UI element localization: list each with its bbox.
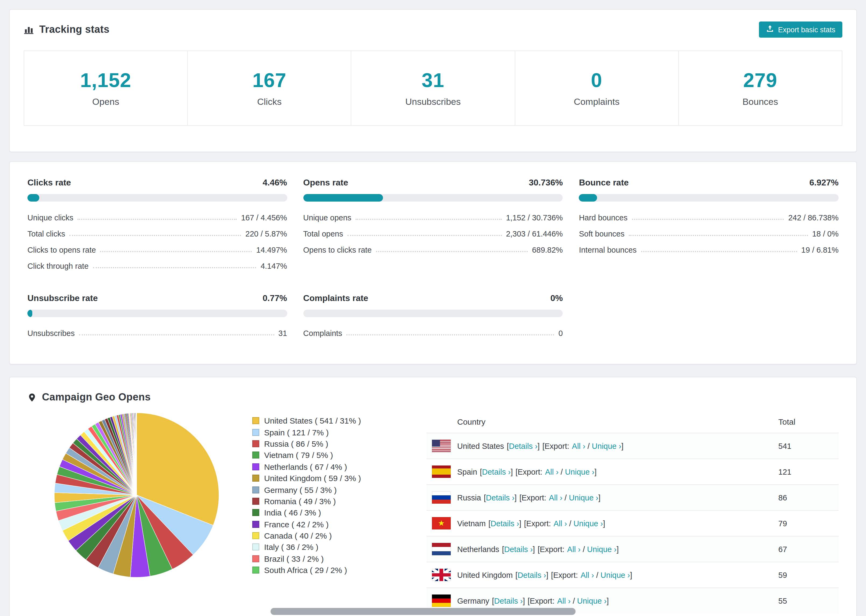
details-link[interactable]: Details › <box>509 442 537 450</box>
metric-value: 18 / 0% <box>812 229 839 238</box>
export-all-link[interactable]: All › <box>545 467 559 476</box>
map-pin-icon <box>27 393 36 402</box>
tracking-stats-title: Tracking stats <box>24 24 109 36</box>
legend-item: Romania ( 49 / 3% ) <box>252 495 361 507</box>
details-link[interactable]: Details › <box>494 596 523 605</box>
export-unique-link[interactable]: Unique › <box>569 493 598 502</box>
country-cell: Germany[Details ›][Export:All ›/Unique ›… <box>457 596 778 605</box>
country-cell: Vietnam[Details ›][Export:All ›/Unique ›… <box>457 519 778 528</box>
metric-row: Total clicks 220 / 5.87% <box>27 226 287 242</box>
metric-label: Opens to clicks rate <box>303 246 372 254</box>
details-link[interactable]: Details › <box>518 570 546 579</box>
details-link[interactable]: Details › <box>491 519 519 528</box>
export-all-link[interactable]: All › <box>553 519 567 528</box>
dotted-leader <box>78 219 237 220</box>
export-unique-link[interactable]: Unique › <box>601 570 630 579</box>
geo-opens-header: Campaign Geo Opens <box>27 391 839 403</box>
export-button-label: Export basic stats <box>778 25 835 34</box>
details-link[interactable]: Details › <box>504 545 532 553</box>
legend-color-swatch <box>252 555 259 562</box>
legend-item: United Kingdom ( 59 / 3% ) <box>252 473 361 484</box>
stat-label: Complaints <box>574 96 619 107</box>
dotted-leader <box>348 235 502 236</box>
legend-item: Brazil ( 33 / 2% ) <box>252 553 361 564</box>
metric-label: Unique opens <box>303 214 351 222</box>
horizontal-scrollbar-thumb[interactable] <box>271 608 576 615</box>
legend-color-swatch <box>252 486 259 493</box>
slash-separator: / <box>569 519 571 528</box>
export-unique-link[interactable]: Unique › <box>587 545 617 553</box>
export-unique-link[interactable]: Unique › <box>577 596 607 605</box>
export-all-link[interactable]: All › <box>549 493 562 502</box>
metric-value: 31 <box>279 329 287 338</box>
export-prefix: Export: <box>540 545 565 553</box>
export-unique-link[interactable]: Unique › <box>565 467 595 476</box>
progress-bar-fill <box>27 310 32 317</box>
legend-label: United States ( 541 / 31% ) <box>264 416 361 425</box>
export-all-link[interactable]: All › <box>581 570 594 579</box>
legend-label: Canada ( 40 / 2% ) <box>264 531 332 540</box>
bracket-open: [ <box>527 596 530 605</box>
progress-bar <box>579 194 839 201</box>
bracket-open: [ <box>507 442 509 450</box>
stat-label: Bounces <box>743 96 778 107</box>
slash-separator: / <box>583 545 585 553</box>
rate-rows: Complaints 0 <box>303 325 563 341</box>
bracket-open: [ <box>492 596 494 605</box>
legend-label: Brazil ( 33 / 2% ) <box>264 554 324 563</box>
metric-value: 220 / 5.87% <box>246 229 287 238</box>
legend-color-swatch <box>252 498 259 505</box>
rate-header: Bounce rate 6.927% <box>579 178 839 188</box>
export-all-link[interactable]: All › <box>557 596 571 605</box>
legend-label: Vietnam ( 79 / 5% ) <box>264 451 333 460</box>
export-prefix: Export: <box>553 570 578 579</box>
rate-header: Complaints rate 0% <box>303 294 563 303</box>
bracket-close: ] <box>533 545 535 553</box>
export-unique-link[interactable]: Unique › <box>592 442 622 450</box>
export-all-link[interactable]: All › <box>572 442 586 450</box>
country-total: 541 <box>778 442 839 450</box>
legend-color-swatch <box>252 544 259 551</box>
country-column-header: Country <box>457 417 778 426</box>
geo-table-header: Country Total <box>427 412 839 433</box>
details-link[interactable]: Details › <box>486 493 515 502</box>
bracket-close: ] <box>606 596 609 605</box>
dotted-leader <box>100 251 252 252</box>
legend-item: Russia ( 86 / 5% ) <box>252 438 361 449</box>
pie-legend: United States ( 541 / 31% ) Spain ( 121 … <box>252 412 361 576</box>
rate-section: Complaints rate 0% Complaints 0 <box>303 294 563 341</box>
tracking-stats-card: Tracking stats Export basic stats 1,152 … <box>9 9 857 152</box>
legend-item: United States ( 541 / 31% ) <box>252 415 361 426</box>
legend-color-swatch <box>252 429 259 436</box>
stat-box: 279 Bounces <box>678 50 842 126</box>
export-all-link[interactable]: All › <box>567 545 581 553</box>
dotted-leader <box>93 267 256 268</box>
export-basic-stats-button[interactable]: Export basic stats <box>759 22 842 38</box>
metric-row: Clicks to opens rate 14.497% <box>27 242 287 258</box>
geo-table: Country Total United States[Details ›][E… <box>427 412 839 613</box>
bracket-close: ] <box>523 596 525 605</box>
metric-value: 1,152 / 30.736% <box>506 214 563 222</box>
export-prefix: Export: <box>521 493 546 502</box>
export-prefix: Export: <box>530 596 554 605</box>
legend-item: Spain ( 121 / 7% ) <box>252 426 361 438</box>
country-flag-icon <box>432 569 451 581</box>
country-name: United States <box>457 442 504 450</box>
bracket-close: ] <box>511 467 513 476</box>
legend-color-swatch <box>252 417 259 424</box>
legend-label: Romania ( 49 / 3% ) <box>264 497 336 506</box>
export-unique-link[interactable]: Unique › <box>573 519 603 528</box>
details-link[interactable]: Details › <box>482 467 510 476</box>
metric-label: Unique clicks <box>27 214 73 222</box>
rate-value: 0.77% <box>263 294 287 303</box>
metric-value: 0 <box>559 329 563 338</box>
metric-label: Total clicks <box>27 229 65 238</box>
legend-item: South Africa ( 29 / 2% ) <box>252 564 361 576</box>
country-flag-icon <box>432 491 451 504</box>
stat-label: Opens <box>92 96 119 107</box>
metric-label: Total opens <box>303 229 343 238</box>
stat-box: 0 Complaints <box>515 50 679 126</box>
bar-chart-icon <box>24 24 34 35</box>
export-icon <box>766 25 774 35</box>
legend-label: Netherlands ( 67 / 4% ) <box>264 462 347 471</box>
